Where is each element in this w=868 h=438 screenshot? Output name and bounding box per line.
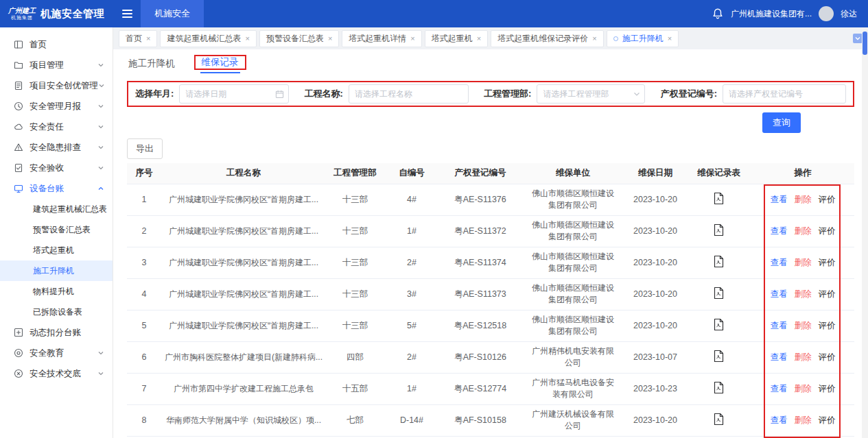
view-link[interactable]: 查看 [771, 258, 788, 267]
sidebar-item-hazard-inspection[interactable]: 安全隐患排查 [0, 137, 113, 158]
header-nav-active[interactable]: 机施安全 [141, 0, 204, 27]
close-tab-icon[interactable]: × [477, 35, 481, 42]
sidebar-subitem-construction-hoist[interactable]: 施工升降机 [0, 260, 113, 281]
cell-property-reg-no: 粤AE-S11373 [439, 278, 521, 310]
tab-construction-hoist[interactable]: 施工升降机 [127, 55, 176, 75]
date-picker[interactable] [179, 84, 289, 104]
pdf-file-icon[interactable] [713, 192, 725, 205]
evaluate-link[interactable]: 评价 [819, 321, 836, 330]
view-link[interactable]: 查看 [771, 415, 788, 425]
delete-link[interactable]: 删除 [795, 384, 812, 393]
evaluate-link[interactable]: 评价 [819, 289, 836, 299]
sidebar-subitem-building-crane-summary[interactable]: 建筑起重机械汇总表 [0, 199, 113, 219]
table-row: 6广州市胸科医院整体扩建项目(新建肺科病...四部2#粤AF-S10126广州精… [127, 341, 854, 373]
close-tab-icon[interactable]: × [668, 35, 672, 42]
view-link[interactable]: 查看 [771, 321, 788, 330]
view-link[interactable]: 查看 [771, 226, 788, 236]
close-tab-icon[interactable]: × [328, 35, 332, 42]
notification-bell-icon[interactable] [712, 8, 724, 20]
delete-link[interactable]: 删除 [795, 289, 812, 299]
tab-actions-button[interactable] [853, 34, 863, 43]
pdf-file-icon[interactable] [713, 223, 725, 236]
pdf-file-icon[interactable] [713, 381, 725, 394]
sidebar-item-dynamic-deduction-ledger[interactable]: 动态扣分台账 [0, 322, 113, 343]
pdf-file-icon[interactable] [713, 318, 725, 331]
evaluate-link[interactable]: 评价 [819, 195, 836, 204]
project-dept-select[interactable] [537, 84, 645, 104]
property-reg-no-field[interactable] [723, 84, 846, 104]
pdf-file-icon[interactable] [713, 413, 725, 426]
project-name-input[interactable] [349, 84, 469, 104]
maintenance-table-wrap: 序号工程名称工程管理部自编号产权登记编号维保单位维保日期维保记录表操作 1广州城… [127, 163, 854, 438]
delete-link[interactable]: 删除 [795, 258, 812, 267]
pdf-file-icon[interactable] [713, 350, 725, 363]
sidebar-subitem-removed-equipment[interactable]: 已拆除设备表 [0, 302, 113, 322]
open-tab-tower-crane-maintenance-eval[interactable]: 塔式起重机维保记录评价× [491, 30, 603, 47]
open-tab-tower-crane-detail[interactable]: 塔式起重机详情× [342, 30, 421, 47]
evaluate-link[interactable]: 评价 [819, 258, 836, 267]
delete-link[interactable]: 删除 [795, 226, 812, 236]
sidebar-subitem-tower-crane[interactable]: 塔式起重机 [0, 240, 113, 260]
open-tab-warning-equipment-summary[interactable]: 预警设备汇总表× [259, 30, 339, 47]
cell-maintainer: 广州市猛马机电设备安装有限公司 [521, 373, 624, 404]
cloud-icon [14, 122, 23, 132]
sidebar-item-safety-education[interactable]: 安全教育 [0, 343, 113, 363]
user-avatar[interactable] [819, 6, 834, 21]
company-logo: 广州建工 机施集团 [8, 8, 36, 20]
acceptance-icon [14, 163, 23, 173]
close-tab-icon[interactable]: × [146, 35, 150, 42]
view-link[interactable]: 查看 [771, 289, 788, 299]
evaluate-link[interactable]: 评价 [819, 352, 836, 362]
evaluate-link[interactable]: 评价 [819, 415, 836, 425]
open-tab-construction-hoist[interactable]: 施工升降机× [607, 30, 679, 47]
sidebar-item-project-management[interactable]: 项目管理 [0, 55, 113, 75]
open-tab-building-crane-summary[interactable]: 建筑起重机械汇总表× [160, 30, 256, 47]
date-input[interactable] [179, 84, 289, 104]
sidebar-item-safety-monthly-report[interactable]: 安全管理月报 [0, 96, 113, 117]
sidebar-item-safety-responsibility[interactable]: 安全责任 [0, 117, 113, 137]
sidebar-item-equipment-ledger[interactable]: 设备台账 [0, 178, 113, 199]
delete-link[interactable]: 删除 [795, 321, 812, 330]
sidebar-item-safety-acceptance[interactable]: 安全验收 [0, 158, 113, 178]
collapse-sidebar-icon[interactable] [113, 0, 141, 27]
scrollbar-thumb[interactable] [863, 32, 867, 55]
sidebar-item-home[interactable]: 首页 [0, 34, 113, 55]
sidebar-item-safety-tech-disclosure[interactable]: 安全技术交底 [0, 363, 113, 384]
cell-project-name: 广州城建职业学院佛冈校区“首期房建工... [161, 278, 326, 310]
close-tab-icon[interactable]: × [410, 35, 414, 42]
pdf-file-icon[interactable] [713, 287, 725, 300]
maintenance-table: 序号工程名称工程管理部自编号产权登记编号维保单位维保日期维保记录表操作 1广州城… [127, 163, 854, 438]
pdf-file-icon[interactable] [713, 255, 725, 268]
export-button[interactable]: 导出 [127, 138, 163, 159]
tab-maintenance-records[interactable]: 维保记录 [200, 54, 240, 73]
close-tab-icon[interactable]: × [245, 35, 249, 42]
delete-link[interactable]: 删除 [795, 415, 812, 425]
delete-link[interactable]: 删除 [795, 195, 812, 204]
column-header: 维保单位 [521, 163, 624, 184]
certificate-icon [14, 81, 23, 90]
sidebar-subitem-warning-equipment-summary[interactable]: 预警设备汇总表 [0, 219, 113, 240]
tab-bar: 首页×建筑起重机械汇总表×预警设备汇总表×塔式起重机详情×塔式起重机×塔式起重机… [113, 27, 868, 49]
cell-project-dept: 十三部 [326, 278, 384, 310]
view-link[interactable]: 查看 [771, 384, 788, 393]
sidebar-item-project-safety-excellence[interactable]: 项目安全创优管理 [0, 75, 113, 96]
view-link[interactable]: 查看 [771, 352, 788, 362]
query-button[interactable]: 查询 [762, 112, 801, 133]
project-name-field[interactable] [349, 84, 469, 104]
open-tab-label: 塔式起重机详情 [349, 33, 406, 45]
cell-record-file [686, 278, 751, 310]
user-name[interactable]: 徐达 [841, 8, 857, 20]
open-tab-tower-crane[interactable]: 塔式起重机× [425, 30, 488, 47]
chevron-down-icon [97, 62, 104, 69]
sidebar-subitem-label: 已拆除设备表 [33, 306, 82, 318]
open-tab-home[interactable]: 首页× [119, 30, 157, 47]
close-tab-icon[interactable]: × [592, 35, 596, 42]
evaluate-link[interactable]: 评价 [819, 384, 836, 393]
evaluate-link[interactable]: 评价 [819, 226, 836, 236]
sidebar-subitem-material-hoist[interactable]: 物料提升机 [0, 281, 113, 302]
home-icon [14, 40, 23, 49]
property-reg-no-input[interactable] [723, 84, 846, 104]
delete-link[interactable]: 删除 [795, 352, 812, 362]
view-link[interactable]: 查看 [771, 195, 788, 204]
project-dept-input[interactable] [537, 84, 645, 104]
